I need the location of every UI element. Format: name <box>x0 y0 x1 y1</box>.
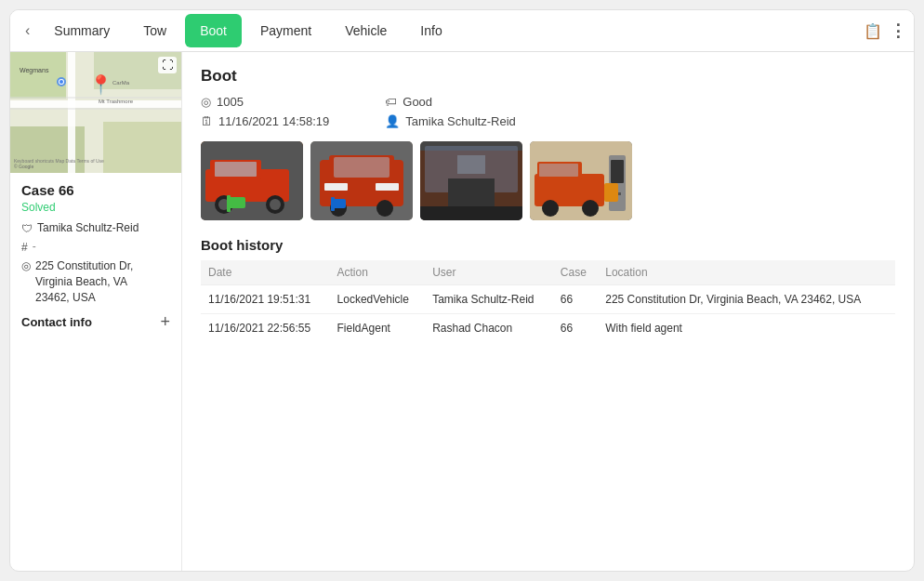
svg-rect-1 <box>10 52 66 99</box>
boot-datetime: 11/16/2021 14:58:19 <box>218 114 329 128</box>
top-icons: 📋 ⋮ <box>864 20 906 41</box>
history-cell-0-3: 66 <box>553 285 598 314</box>
contact-label: Contact info <box>21 315 92 329</box>
app-container: ‹ Summary Tow Boot Payment Vehicle Info … <box>0 0 924 581</box>
svg-text:Keyboard shortcuts  Map Data  : Keyboard shortcuts Map Data Terms of Use <box>14 158 104 164</box>
content-area: Wegmans Mt Trashmore CarMa © Google Keyb… <box>10 52 914 571</box>
map-expand-button[interactable]: ⛶ <box>158 57 177 73</box>
svg-rect-37 <box>331 197 335 211</box>
col-user: User <box>425 260 553 285</box>
svg-rect-21 <box>215 162 257 177</box>
sidebar: Wegmans Mt Trashmore CarMa © Google Keyb… <box>10 52 182 571</box>
boot-condition-row: 🏷 Good <box>385 95 516 109</box>
svg-text:© Google: © Google <box>14 164 33 169</box>
hash-row: # - <box>21 240 170 254</box>
svg-point-25 <box>270 199 281 210</box>
history-cell-1-0: 11/16/2021 22:56:55 <box>201 314 330 343</box>
more-icon[interactable]: ⋮ <box>890 20 906 41</box>
main-panel: Boot ◎ 1005 🗓 11/16/2021 14:58:19 <box>182 52 914 571</box>
hash-icon: # <box>21 241 28 254</box>
history-row-0: 11/16/2021 19:51:31LockedVehicleTamika S… <box>201 285 895 314</box>
circle-icon: ◎ <box>201 95 211 109</box>
svg-rect-5 <box>10 100 181 108</box>
meta-left: ◎ 1005 🗓 11/16/2021 14:58:19 <box>201 95 329 128</box>
contact-row: Contact info + <box>21 312 170 332</box>
history-cell-0-1: LockedVehicle <box>330 285 426 314</box>
col-case: Case <box>553 260 598 285</box>
photo-4[interactable] <box>530 141 632 220</box>
agent-name: Tamika Schultz-Reid <box>37 221 139 234</box>
clipboard-icon[interactable]: 📋 <box>864 22 882 40</box>
boot-history-title: Boot history <box>201 237 895 253</box>
boot-agent-row: 👤 Tamika Schultz-Reid <box>385 114 516 128</box>
tab-summary[interactable]: Summary <box>39 14 125 47</box>
shield-icon: 🛡 <box>21 222 33 235</box>
status-badge: Solved <box>21 201 170 214</box>
history-cell-0-0: 11/16/2021 19:51:31 <box>201 285 330 314</box>
svg-point-50 <box>582 200 599 217</box>
svg-rect-54 <box>604 183 618 202</box>
svg-rect-4 <box>103 122 181 173</box>
boot-agent: Tamika Schultz-Reid <box>405 114 516 128</box>
tab-payment[interactable]: Payment <box>245 14 326 47</box>
map-svg: Wegmans Mt Trashmore CarMa © Google Keyb… <box>10 52 181 173</box>
svg-rect-48 <box>539 164 578 177</box>
svg-rect-41 <box>448 178 495 206</box>
tab-bar: ‹ Summary Tow Boot Payment Vehicle Info … <box>10 10 914 52</box>
history-table: Date Action User Case Location 11/16/202… <box>201 260 895 342</box>
tab-boot[interactable]: Boot <box>185 14 242 47</box>
svg-text:📍: 📍 <box>89 73 112 96</box>
photo-1[interactable] <box>201 141 303 220</box>
photo-2[interactable] <box>310 141 413 220</box>
tag-icon: 🏷 <box>385 95 397 109</box>
boot-number-row: ◎ 1005 <box>201 95 329 109</box>
tab-vehicle[interactable]: Vehicle <box>330 14 402 47</box>
tab-tow[interactable]: Tow <box>128 14 181 47</box>
person-icon: 👤 <box>385 114 400 128</box>
svg-rect-33 <box>376 183 399 191</box>
boot-section-title: Boot <box>201 67 895 86</box>
sidebar-info: Case 66 Solved 🛡 Tamika Schultz-Reid # -… <box>10 173 181 571</box>
case-title: Case 66 <box>21 182 170 198</box>
meta-right: 🏷 Good 👤 Tamika Schultz-Reid <box>385 95 516 128</box>
history-cell-1-4: With field agent <box>598 314 895 343</box>
main-card: ‹ Summary Tow Boot Payment Vehicle Info … <box>9 9 915 572</box>
svg-rect-52 <box>611 160 624 183</box>
svg-rect-31 <box>334 157 389 178</box>
photo-3[interactable] <box>420 141 522 220</box>
svg-rect-43 <box>420 206 522 220</box>
boot-meta: ◎ 1005 🗓 11/16/2021 14:58:19 🏷 Good <box>201 95 895 128</box>
svg-text:Wegmans: Wegmans <box>20 67 49 74</box>
address-text: 225 Constitution Dr,Virginia Beach, VA23… <box>35 258 133 305</box>
tab-info[interactable]: Info <box>405 14 456 47</box>
calendar-icon: 🗓 <box>201 114 213 128</box>
history-cell-1-3: 66 <box>553 314 598 343</box>
history-cell-1-2: Rashad Chacon <box>425 314 553 343</box>
svg-rect-36 <box>333 199 346 208</box>
svg-point-49 <box>542 200 559 217</box>
add-contact-button[interactable]: + <box>160 312 170 332</box>
svg-point-17 <box>59 80 63 84</box>
history-row-1: 11/16/2021 22:56:55FieldAgentRashad Chac… <box>201 314 895 343</box>
svg-rect-8 <box>10 108 181 110</box>
svg-rect-26 <box>229 197 245 208</box>
svg-rect-6 <box>68 52 75 173</box>
address-row: ◎ 225 Constitution Dr,Virginia Beach, VA… <box>21 258 170 305</box>
history-cell-0-2: Tamika Schultz-Reid <box>425 285 553 314</box>
history-cell-0-4: 225 Constitution Dr, Virginia Beach, VA … <box>598 285 895 314</box>
hash-value: - <box>33 240 36 253</box>
svg-rect-7 <box>10 97 181 99</box>
map-area: Wegmans Mt Trashmore CarMa © Google Keyb… <box>10 52 181 173</box>
location-icon: ◎ <box>21 259 31 272</box>
col-date: Date <box>201 260 330 285</box>
svg-text:CarMa: CarMa <box>112 80 130 86</box>
col-action: Action <box>330 260 426 285</box>
svg-rect-42 <box>457 155 485 174</box>
agent-row: 🛡 Tamika Schultz-Reid <box>21 221 170 235</box>
svg-rect-32 <box>324 183 348 191</box>
back-button[interactable]: ‹ <box>18 19 37 43</box>
boot-datetime-row: 🗓 11/16/2021 14:58:19 <box>201 114 329 128</box>
svg-point-35 <box>376 200 393 217</box>
col-location: Location <box>598 260 895 285</box>
svg-rect-27 <box>227 195 231 212</box>
